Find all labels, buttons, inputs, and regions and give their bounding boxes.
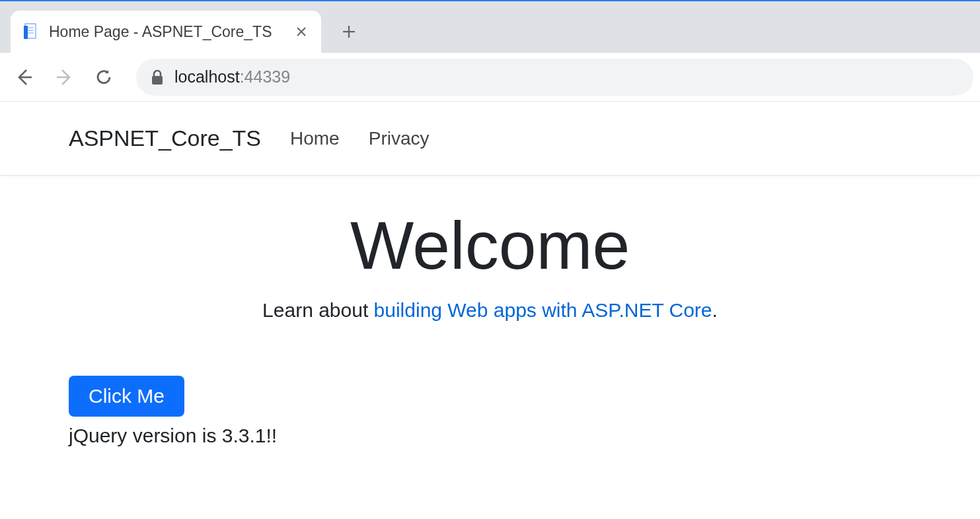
welcome-heading: Welcome [0,207,980,285]
click-me-button[interactable]: Click Me [69,376,184,417]
content-block: Click Me jQuery version is 3.3.1!! [0,322,980,447]
new-tab-button[interactable] [330,13,367,50]
back-button[interactable] [7,59,42,95]
learn-prefix: Learn about [262,299,373,321]
browser-tab[interactable]: Home Page - ASPNET_Core_TS [11,11,321,53]
forward-button[interactable] [46,59,82,95]
url-port: :44339 [240,67,290,86]
address-bar[interactable]: localhost:44339 [136,59,973,96]
close-tab-button[interactable] [293,24,309,40]
learn-suffix: . [712,299,718,321]
page-main: Welcome Learn about building Web apps wi… [0,176,980,322]
tab-strip: Home Page - ASPNET_Core_TS [0,1,980,53]
tab-title: Home Page - ASPNET_Core_TS [49,23,284,41]
url-text: localhost:44339 [174,67,290,86]
page-favicon-icon [22,23,40,40]
browser-chrome: Home Page - ASPNET_Core_TS localhost:443… [0,0,980,102]
nav-link-home[interactable]: Home [290,128,340,149]
brand-title[interactable]: ASPNET_Core_TS [69,125,261,151]
nav-link-privacy[interactable]: Privacy [369,128,430,149]
learn-link[interactable]: building Web apps with ASP.NET Core [374,299,712,321]
learn-text: Learn about building Web apps with ASP.N… [0,299,980,322]
browser-toolbar: localhost:44339 [0,53,980,102]
page-navbar: ASPNET_Core_TS Home Privacy [0,102,980,176]
jquery-version-text: jQuery version is 3.3.1!! [69,425,911,447]
lock-icon [151,69,164,85]
svg-rect-11 [152,76,163,85]
svg-rect-1 [24,26,28,39]
url-host: localhost [174,67,240,86]
reload-button[interactable] [86,59,122,95]
